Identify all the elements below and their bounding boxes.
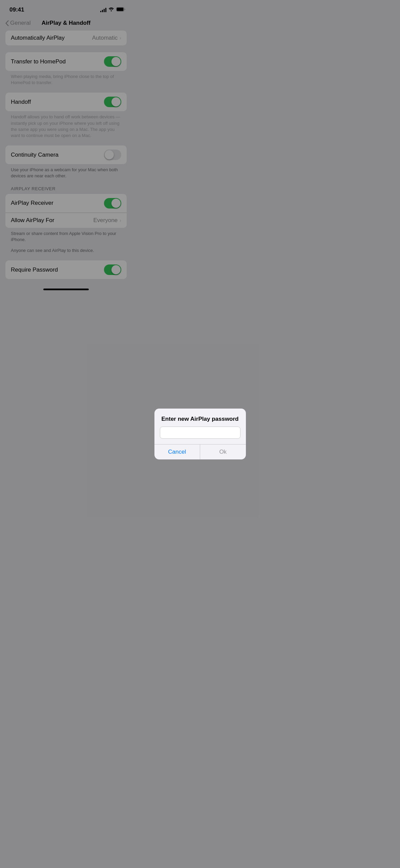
overlay: Enter new AirPlay password Cancel Ok: [0, 0, 132, 293]
